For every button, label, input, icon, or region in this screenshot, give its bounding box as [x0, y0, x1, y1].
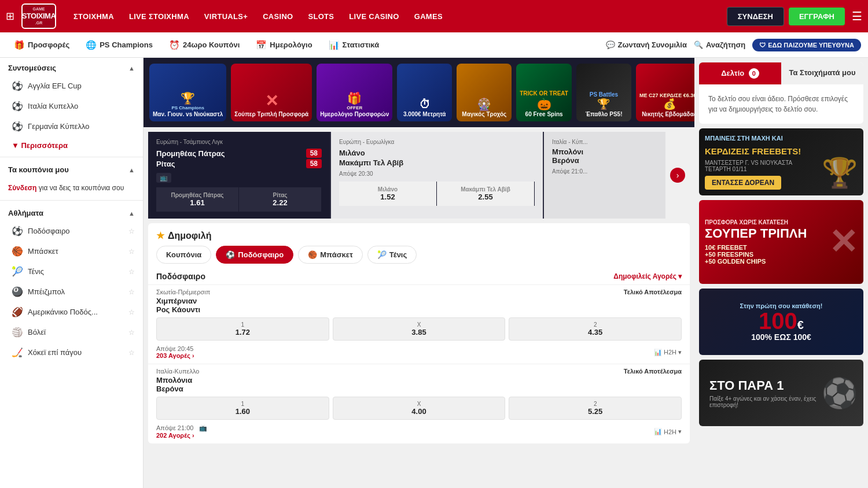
promo-card-4[interactable]: ⏱ 3.000€ Μετρητά	[397, 64, 452, 121]
promo-card-6[interactable]: TRICK OR TREAT 🎃 60 Free Spins	[516, 64, 572, 121]
promo-card-7[interactable]: PS Battles 🏆 Έπαθλο PS5!	[576, 64, 631, 121]
promo-card-2[interactable]: ✕ Σούπερ Τριπλή Προσφορά	[231, 64, 312, 121]
match2-h2h[interactable]: 📊 H2H ▾	[654, 428, 682, 435]
hamburger-icon[interactable]: ☰	[852, 9, 862, 23]
match1-odd2[interactable]: Ρίτας 2.22	[239, 187, 322, 212]
main-layout: Συντομεύσεις ▲ ⚽ Αγγλία EFL Cup ⚽ Ιταλία…	[0, 58, 868, 488]
basketball-sport-icon: 🏀	[12, 246, 23, 257]
tab-football[interactable]: ⚽ Ποδόσφαιρο	[216, 246, 293, 264]
nav-live-casino[interactable]: LIVE CASINO	[342, 8, 406, 25]
sidebar-item-efl-cup[interactable]: ⚽ Αγγλία EFL Cup	[0, 76, 143, 96]
match1-odd-2[interactable]: 2 4.35	[509, 317, 682, 341]
live-chat[interactable]: 💬 Ζωντανή Συνομιλία	[606, 40, 687, 49]
banner1-cta-button[interactable]: ΕΝΤΑΣΣΕ ΔΟΡΕΑΝ	[705, 176, 781, 190]
shortcuts-header[interactable]: Συντομεύσεις ▲	[0, 58, 143, 76]
promo-card-3[interactable]: 🎁 OFFER Ημερολόγιο Προσφορών	[317, 64, 392, 121]
promo-banner-ps-champions[interactable]: ΜΠΑΙΝΕΙΣ ΣΤΗ ΜΑΧΗ ΚΑΙ ΚΕΡΔΙΖΕΙΣ FREEBETS…	[699, 128, 863, 195]
match2-odd2[interactable]: Μακάμπι Τελ Αβίβ 2.55	[437, 182, 535, 206]
sidebar-more-shortcuts[interactable]: ▼ Περισσότερα	[0, 136, 143, 154]
basketball-tab-icon: 🏀	[308, 250, 317, 259]
responsible-gaming-button[interactable]: 🛡 ΕΔΩ ΠΑΙΖΟΥΜΕ ΥΠΕΥΘΥΝΑ	[752, 39, 861, 51]
match1-h2h[interactable]: 📊 H2H ▾	[654, 349, 682, 356]
coupons-header[interactable]: Τα κουπόνια μου ▲	[0, 160, 143, 178]
football-sport-icon: ⚽	[12, 225, 23, 236]
sidebar-item-italy-cup[interactable]: ⚽ Ιταλία Κυπελλο	[0, 96, 143, 116]
football-icon: ⚽	[12, 80, 23, 91]
nav-casino[interactable]: CASINO	[256, 8, 300, 25]
amer-football-sport-icon: 🏈	[12, 306, 23, 317]
betslip-tab-my-bets[interactable]: Τα Στοιχήματά μου	[781, 62, 863, 84]
sidebar-item-hockey[interactable]: 🏒 Χόκεϊ επί πάγου ☆	[0, 342, 143, 363]
promo-card-1[interactable]: 🏆 PS Champions Μαν. Γιουν. vs Νιούκαστλ	[149, 64, 226, 121]
coupons-login-link[interactable]: Σύνδεση	[8, 184, 36, 192]
popular-markets-button[interactable]: Δημοφιλείς Αγορές ▾	[613, 272, 682, 280]
register-button[interactable]: ΕΓΓΡΑΦΗ	[789, 8, 845, 25]
logo: GAME STOIXIMA .GR	[21, 3, 56, 29]
match2-markets-link[interactable]: 202 Αγορές ›	[156, 432, 211, 439]
grid-icon[interactable]: ⊞	[6, 10, 14, 23]
nav-promotions[interactable]: 🎁 Προσφορές	[7, 36, 76, 54]
stats-icon: 📊	[329, 40, 340, 50]
banner2-title: ΣΟΥΠΕΡ ΤΡΙΠΛΗ	[705, 227, 824, 241]
login-button[interactable]: ΣΥΝΔΕΣΗ	[727, 7, 784, 26]
match2-odd1[interactable]: Μιλάνο 1.52	[339, 182, 437, 206]
promo-card-5[interactable]: 🎡 Μαγικός Τροχός	[457, 64, 512, 121]
nav-live-stoixima[interactable]: LIVE ΣΤΟΙΧΗΜΑ	[122, 8, 196, 25]
match1-odd-1[interactable]: 1 1.72	[156, 317, 329, 341]
match2-team2: Μακάμπι Τελ Αβίβ	[339, 158, 403, 167]
promo-card-8[interactable]: ΜΕ C27 ΚΕΡΔΙΣΕ €6.308 💰 Νικητής Εβδομάδα…	[636, 64, 694, 121]
nav-stoixima[interactable]: ΣΤΟΙΧΗΜΑ	[67, 8, 121, 25]
sports-header[interactable]: Αθλήματα ▲	[0, 203, 143, 221]
tab-tennis[interactable]: 🎾 Τένις	[367, 246, 417, 264]
live-matches-next-arrow[interactable]: ›	[670, 168, 685, 183]
trophy-icon: 🏆	[181, 91, 195, 105]
sidebar-item-volleyball[interactable]: 🏐 Βόλεϊ ☆	[0, 322, 143, 342]
match2-odd-x[interactable]: Χ 4.00	[333, 397, 506, 420]
money-icon: ΜΕ C27 ΚΕΡΔΙΣΕ €6.308	[639, 93, 694, 99]
nav-virtuals[interactable]: VIRTUALS+	[197, 8, 255, 25]
match2-odd-2[interactable]: 2 5.25	[509, 397, 682, 420]
nav-slots[interactable]: SLOTS	[301, 8, 341, 25]
sidebar-item-tennis[interactable]: 🎾 Τένις ☆	[0, 261, 143, 282]
promo-banner-para1[interactable]: ΣΤΟ ΠΑΡΑ 1 Παίξε 4+ αγώνες και αν χάσεις…	[699, 360, 863, 426]
logo-area[interactable]: GAME STOIXIMA .GR	[21, 3, 56, 29]
sidebar-item-basketball[interactable]: 🏀 Μπάσκετ ☆	[0, 241, 143, 261]
match2-league-label: Ιταλία-Κυπελλο	[156, 368, 199, 375]
nav-calendar[interactable]: 📅 Ημερολόγιο	[249, 36, 319, 54]
match1-time-popular: Απόψε 20:45 203 Αγορές ›	[156, 345, 197, 359]
gift-promo-icon: 🎁	[347, 91, 362, 105]
tab-basketball[interactable]: 🏀 Μπάσκετ	[298, 246, 363, 264]
nav-games[interactable]: GAMES	[407, 8, 450, 25]
match3-time: Απόψε 21:0...	[552, 168, 657, 175]
football-tab-icon: ⚽	[226, 250, 235, 259]
nav-statistics[interactable]: 📊 Στατιστικά	[322, 36, 387, 54]
sidebar-item-football[interactable]: ⚽ Ποδόσφαιρο ☆	[0, 221, 143, 241]
live-match-card-2[interactable]: Ευρώπη - Ευρωλίγκα Μιλάνο Μακάμπι Τελ Αβ…	[331, 132, 544, 219]
banner1-subtext: ΜΑΝΤΣΕΣΤΕΡ Γ. VS ΝΙΟΥΚΑΣΤΑ	[705, 160, 817, 166]
promo-banner-deposit[interactable]: Στην πρώτη σου κατάθεση! 100€ 100% ΕΩΣ 1…	[699, 289, 863, 355]
match1-odd-x[interactable]: Χ 3.85	[333, 317, 506, 341]
sidebar-item-germany-cup[interactable]: ⚽ Γερμανία Κύπελλο	[0, 116, 143, 136]
nav-24h-coupon[interactable]: ⏰ 24ωρο Κουπόνι	[162, 36, 247, 54]
ps-icon: PS Battles	[590, 91, 618, 98]
calendar-icon: 📅	[256, 40, 267, 50]
sidebar-item-american-football[interactable]: 🏈 Αμερικάνικο Ποδός... ☆	[0, 302, 143, 322]
betslip-tab-active[interactable]: Δελτίο 0	[699, 62, 781, 84]
sidebar-item-baseball[interactable]: 🎱 Μπέιζμπολ ☆	[0, 282, 143, 302]
match2-odd-1[interactable]: 1 1.60	[156, 397, 329, 420]
live-match-card-1[interactable]: Ευρώπη - Τσάμπιονς Λιγκ Προμηθέας Πάτρας…	[148, 132, 331, 219]
shortcuts-chevron: ▲	[128, 65, 135, 72]
match3-league: Ιταλία - Κύπ...	[552, 139, 657, 145]
match2-time: Απόψε 20:30	[339, 171, 535, 177]
match1-odd1[interactable]: Προμηθέας Πάτρας 1.61	[156, 187, 239, 212]
match-row-1: Σκωτία-Πρέμιερσιπ Τελικό Αποτέλεσμα Χιμπ…	[148, 284, 690, 364]
search-button[interactable]: 🔍 Αναζήτηση	[694, 40, 745, 49]
match1-markets-link[interactable]: 203 Αγορές ›	[156, 352, 197, 359]
nav-ps-champions[interactable]: 🌐 PS Champions	[79, 36, 160, 54]
match3-team2: Βερόνα	[552, 156, 657, 165]
banner4-decoration: ⚽	[822, 376, 858, 410]
live-match-card-3[interactable]: Ιταλία - Κύπ... Μπολόνι Βερόνα Απόψε 21:…	[544, 132, 665, 219]
tab-coupons[interactable]: Κουπόνια	[156, 246, 211, 264]
promo-banner-super-triple[interactable]: ΠΡΟΣΦΟΡΑ ΧΩΡΙΣ ΚΑΤΑΤΕΣΗ ΣΟΥΠΕΡ ΤΡΙΠΛΗ 10…	[699, 200, 863, 284]
live-match-row: Ευρώπη - Τσάμπιονς Λιγκ Προμηθέας Πάτρας…	[148, 132, 690, 219]
